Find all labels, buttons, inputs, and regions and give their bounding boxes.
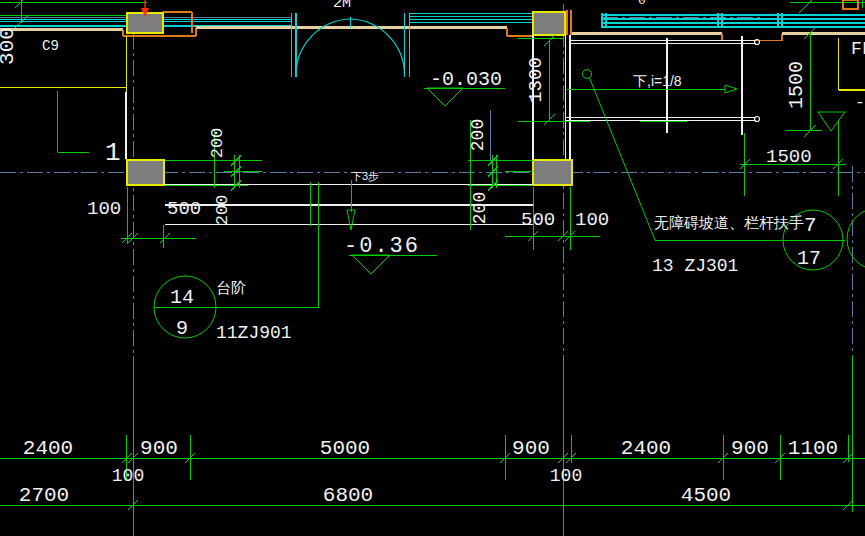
dim-value: 1100 — [788, 437, 838, 460]
grid-axis-label: 1 — [105, 138, 121, 168]
column — [533, 160, 572, 185]
window-tag: C9 — [42, 38, 59, 54]
level-right-partial: - — [855, 94, 865, 112]
ramp-detail-code: 13 ZJ301 — [652, 256, 738, 276]
level-ground-value: -0.36 — [344, 234, 420, 259]
riser-dim: 200 — [213, 195, 232, 226]
dimension-row-2: 2700 6800 4500 — [0, 484, 865, 510]
bubble-sheet-number: 17 — [797, 247, 821, 270]
stair-direction-note: 下3步 — [351, 170, 379, 182]
bubble-detail-number: 14 — [170, 286, 194, 309]
dim-value: 100 — [575, 209, 609, 231]
stair-callout-label: 台阶 — [216, 279, 246, 296]
ramp-direction-arrow: 下,i=1/8 — [567, 73, 737, 93]
dim-value: 100 — [87, 198, 121, 220]
level-marker-entry: -0.030 — [424, 68, 505, 106]
bubble-sheet-number: 9 — [176, 317, 188, 340]
top-tag-partial: 0 — [638, 0, 646, 8]
stair-detail-code: 11ZJ901 — [216, 323, 292, 343]
dim-value: 2400 — [23, 437, 73, 460]
dim-value: 900 — [140, 437, 178, 460]
dim-value: 4500 — [681, 484, 731, 507]
stair-width-dims-left: 100 500 — [87, 187, 201, 248]
leader-start-circle — [583, 70, 592, 79]
level-marker-right: - — [818, 94, 865, 131]
bubble-detail-number: 7 — [804, 214, 817, 237]
detail-bubble-partial — [847, 208, 865, 270]
riser-dim: 200 — [468, 119, 488, 151]
dim-1500v-value: 1500 — [785, 61, 808, 109]
dim-value: 500 — [167, 198, 201, 220]
riser-dim: 200 — [470, 192, 490, 224]
dim-value: 6800 — [323, 484, 373, 507]
ramp-slope-note: 下,i=1/8 — [633, 73, 682, 89]
columns — [127, 12, 572, 185]
level-entry-value: -0.030 — [430, 68, 502, 91]
dim-1300-value: 1300 — [525, 57, 547, 103]
dim-value: 5000 — [320, 437, 370, 460]
dim-value: 500 — [521, 209, 555, 231]
stair-direction-arrow: 下3步 — [347, 170, 379, 230]
riser-dim: 200 — [208, 128, 227, 159]
dim-offset-value: 100 — [550, 466, 582, 486]
entry-double-door — [292, 13, 410, 77]
stair-width-dims-right: 500 100 — [505, 187, 609, 250]
arrowhead — [725, 85, 737, 93]
ramp-detail-callout: 7 17 无障碍坡道、栏杆扶手 13 ZJ301 — [583, 70, 865, 277]
dim-1500-horizontal: 1500 — [740, 120, 846, 196]
dim-value: 900 — [731, 437, 769, 460]
dim-value: 900 — [512, 437, 550, 460]
arrowhead — [347, 210, 355, 230]
dim-value: 2700 — [19, 484, 69, 507]
wall-detail-box — [843, 0, 858, 9]
stair-detail-callout: 14 9 台阶 11ZJ901 — [154, 226, 319, 343]
dim-offset-value: 100 — [112, 466, 144, 486]
edge-tag-partial: FL — [851, 39, 865, 59]
dim-1500-vertical: 1500 — [785, 27, 822, 137]
column — [533, 12, 565, 35]
side-walls — [0, 35, 865, 160]
column — [127, 160, 164, 185]
cad-viewport: 下,i=1/8 下3步 -0.030 -0.36 - 1300 — [0, 0, 865, 536]
dimension-row-1: 2400 900 5000 900 2400 900 1100 100 100 — [0, 435, 865, 486]
cad-canvas[interactable]: 下,i=1/8 下3步 -0.030 -0.36 - 1300 — [0, 0, 865, 536]
left-edge-vertical-dim: 300 — [0, 27, 19, 65]
handrail-end-cap — [755, 117, 760, 122]
dim-1500h-value: 1500 — [766, 146, 812, 168]
door-tag-partial: 2M — [333, 0, 351, 12]
dim-value: 2400 — [621, 437, 671, 460]
level-marker-ground: -0.36 — [344, 234, 437, 274]
ramp-leader-note: 无障碍坡道、栏杆扶手 — [654, 214, 804, 231]
